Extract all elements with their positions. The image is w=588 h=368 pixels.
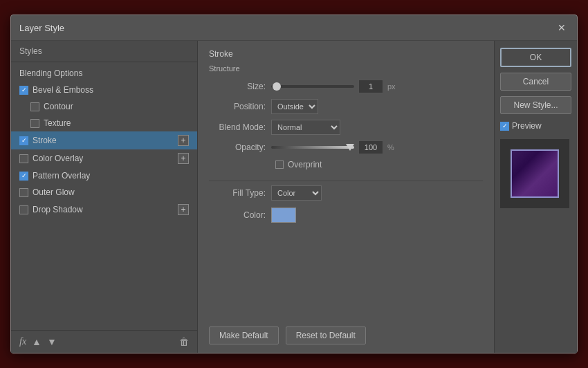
bevel-emboss-checkbox[interactable]: ✓	[19, 86, 28, 95]
position-control: Inside Center Outside	[271, 99, 318, 114]
contour-label: Contour	[44, 102, 189, 111]
texture-checkbox[interactable]	[30, 119, 39, 128]
color-label: Color:	[209, 210, 271, 220]
pattern-overlay-checkbox[interactable]: ✓	[19, 172, 28, 181]
cancel-button[interactable]: Cancel	[500, 73, 571, 91]
color-overlay-checkbox[interactable]	[19, 154, 28, 163]
preview-image	[511, 149, 559, 198]
blend-mode-row: Blend Mode: Normal Dissolve Multiply Scr…	[209, 120, 483, 135]
preview-section: ✓ Preview	[500, 121, 571, 131]
opacity-control: %	[271, 140, 394, 154]
sidebar-item-bevel-emboss[interactable]: ✓ Bevel & Emboss	[11, 82, 197, 98]
blending-options-label: Blending Options	[19, 68, 189, 78]
overprint-row: Overprint	[275, 160, 483, 169]
preview-label: Preview	[512, 121, 542, 131]
dialog-title: Layer Style	[19, 23, 64, 33]
drop-shadow-label: Drop Shadow	[33, 205, 174, 214]
stroke-add-button[interactable]: +	[178, 135, 189, 146]
opacity-slider[interactable]	[271, 146, 354, 149]
opacity-label: Opacity:	[209, 142, 271, 152]
sidebar-item-drop-shadow[interactable]: Drop Shadow +	[11, 201, 197, 219]
color-row: Color:	[209, 208, 483, 223]
contour-checkbox[interactable]	[30, 102, 39, 111]
position-row: Position: Inside Center Outside	[209, 99, 483, 114]
fill-type-control: Color Gradient Pattern	[271, 185, 322, 201]
size-input[interactable]	[358, 80, 383, 93]
reset-default-button[interactable]: Reset to Default	[286, 326, 366, 344]
drop-shadow-add-button[interactable]: +	[178, 204, 189, 215]
dialog-body: Styles Blending Options ✓ Bevel & Emboss…	[11, 41, 577, 353]
bottom-buttons: Make Default Reset to Default	[209, 318, 483, 344]
make-default-button[interactable]: Make Default	[209, 326, 279, 344]
blend-mode-label: Blend Mode:	[209, 122, 271, 132]
opacity-slider-thumb[interactable]	[346, 144, 354, 151]
sidebar-item-blending-options[interactable]: Blending Options	[11, 65, 197, 82]
fill-type-label: Fill Type:	[209, 188, 271, 198]
sidebar-item-stroke[interactable]: ✓ Stroke +	[11, 131, 197, 149]
preview-checkbox[interactable]: ✓	[500, 122, 509, 131]
delete-icon[interactable]: 🗑	[179, 336, 189, 347]
position-label: Position:	[209, 102, 271, 111]
overprint-label: Overprint	[288, 160, 322, 169]
layer-style-dialog: Layer Style ✕ Styles Blending Options ✓ …	[10, 15, 578, 353]
titlebar: Layer Style ✕	[11, 15, 577, 41]
close-button[interactable]: ✕	[555, 21, 569, 35]
sidebar-item-contour[interactable]: Contour	[11, 98, 197, 115]
sidebar-item-outer-glow[interactable]: Outer Glow	[11, 184, 197, 201]
color-swatch[interactable]	[271, 208, 296, 223]
stroke-section-title: Stroke	[209, 49, 483, 59]
preview-canvas	[500, 139, 569, 208]
color-control	[271, 208, 296, 223]
opacity-unit: %	[387, 143, 394, 151]
size-slider-thumb[interactable]	[273, 82, 281, 91]
blend-mode-control: Normal Dissolve Multiply Screen Overlay	[271, 120, 340, 135]
size-control: px	[271, 80, 396, 93]
new-style-button[interactable]: New Style...	[500, 96, 571, 114]
stroke-label: Stroke	[33, 136, 174, 145]
fill-type-select[interactable]: Color Gradient Pattern	[271, 185, 322, 201]
size-slider[interactable]	[271, 85, 354, 88]
stroke-settings-panel: Stroke Structure Size: px Position:	[198, 41, 494, 353]
styles-header: Styles	[11, 41, 197, 62]
move-down-icon[interactable]: ▼	[47, 336, 57, 347]
ok-button[interactable]: OK	[500, 48, 571, 67]
color-overlay-add-button[interactable]: +	[178, 153, 189, 164]
fx-icon[interactable]: fx	[19, 336, 26, 347]
size-label: Size:	[209, 82, 271, 91]
size-unit: px	[387, 82, 396, 91]
sidebar-item-pattern-overlay[interactable]: ✓ Pattern Overlay	[11, 167, 197, 184]
move-up-icon[interactable]: ▲	[32, 336, 42, 347]
blend-mode-select[interactable]: Normal Dissolve Multiply Screen Overlay	[271, 120, 340, 135]
stroke-checkbox[interactable]: ✓	[19, 136, 28, 145]
texture-label: Texture	[44, 118, 189, 128]
structure-subtitle: Structure	[209, 64, 483, 73]
fill-type-row: Fill Type: Color Gradient Pattern	[209, 185, 483, 201]
layer-list: Blending Options ✓ Bevel & Emboss Contou…	[11, 62, 197, 330]
position-select[interactable]: Inside Center Outside	[271, 99, 318, 114]
left-panel-footer: fx ▲ ▼ 🗑	[11, 330, 197, 353]
sidebar-item-color-overlay[interactable]: Color Overlay +	[11, 149, 197, 167]
sidebar-item-texture[interactable]: Texture	[11, 115, 197, 131]
pattern-overlay-label: Pattern Overlay	[33, 171, 189, 181]
size-row: Size: px	[209, 80, 483, 93]
right-panel: OK Cancel New Style... ✓ Preview	[494, 41, 577, 353]
drop-shadow-checkbox[interactable]	[19, 205, 28, 214]
outer-glow-label: Outer Glow	[33, 187, 189, 197]
left-panel: Styles Blending Options ✓ Bevel & Emboss…	[11, 41, 198, 353]
opacity-input[interactable]	[358, 140, 383, 154]
bevel-emboss-label: Bevel & Emboss	[33, 85, 189, 95]
divider	[209, 181, 483, 181]
outer-glow-checkbox[interactable]	[19, 188, 28, 197]
color-overlay-label: Color Overlay	[33, 154, 174, 163]
opacity-row: Opacity: %	[209, 140, 483, 154]
overprint-checkbox[interactable]	[275, 160, 284, 169]
